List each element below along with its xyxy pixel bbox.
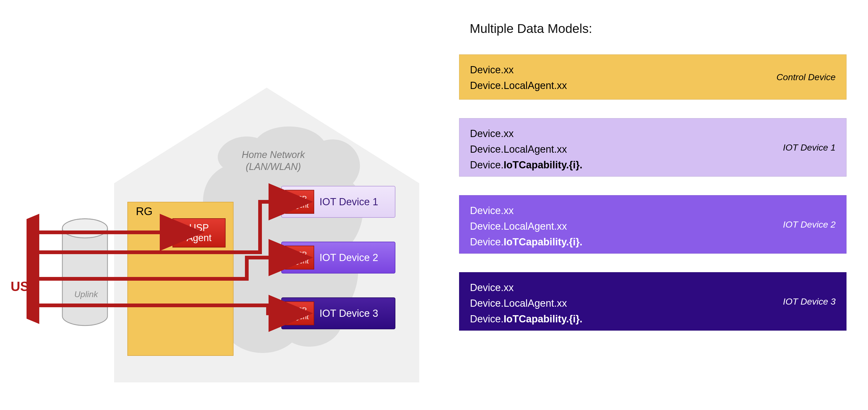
data-model-tag: IOT Device 1 <box>783 142 836 153</box>
home-network-label: Home Network (LAN/WLAN) <box>218 149 329 173</box>
data-model-line: Device.xx <box>470 126 836 142</box>
dm-prefix: Device.LocalAgent.xx <box>470 298 567 309</box>
dm-prefix: Device.xx <box>470 282 514 293</box>
data-model-line: Device.xx <box>470 280 836 296</box>
data-model-tag: Control Device <box>776 72 836 82</box>
iot-device-1-box: USP Agent IOT Device 1 <box>281 186 395 218</box>
dm-prefix: Device.xx <box>470 205 514 216</box>
dm-prefix: Device.xx <box>470 128 514 139</box>
iot3-usp-agent: USP Agent <box>285 301 314 325</box>
dm-prefix: Device.LocalAgent.xx <box>470 80 567 91</box>
data-model-tag: IOT Device 2 <box>783 219 836 230</box>
rg-usp-agent-line2: Agent <box>187 233 212 243</box>
data-model-box-0: Device.xxDevice.LocalAgent.xxControl Dev… <box>459 54 846 99</box>
data-model-box-1: Device.xxDevice.LocalAgent.xxDevice.IoTC… <box>459 118 846 177</box>
data-model-line: Device.IoTCapability.{i}. <box>470 311 836 327</box>
data-model-line: Device.xx <box>470 203 836 218</box>
data-model-boxes-container: Device.xxDevice.LocalAgent.xxControl Dev… <box>459 54 846 331</box>
rg-usp-agent-line1: USP <box>189 223 209 233</box>
dm-bold: IoTCapability.{i}. <box>504 236 583 247</box>
data-model-line: Device.LocalAgent.xx <box>470 296 836 311</box>
dm-prefix: Device. <box>470 236 504 247</box>
dm-prefix: Device.LocalAgent.xx <box>470 144 567 155</box>
iot2-usp-agent: USP Agent <box>285 245 314 269</box>
iot2-label: IOT Device 2 <box>319 252 378 263</box>
data-model-line: Device.IoTCapability.{i}. <box>470 157 836 173</box>
dm-prefix: Device.LocalAgent.xx <box>470 221 567 232</box>
dm-bold: IoTCapability.{i}. <box>504 313 583 324</box>
dm-prefix: Device.xx <box>470 64 514 76</box>
dm-bold: IoTCapability.{i}. <box>504 159 583 171</box>
iot-device-2-box: USP Agent IOT Device 2 <box>281 242 395 273</box>
data-model-line: Device.LocalAgent.xx <box>470 218 836 234</box>
rg-usp-agent-box: USP Agent <box>173 218 225 247</box>
cloud-label-line2: (LAN/WLAN) <box>246 161 301 172</box>
data-model-tag: IOT Device 3 <box>783 296 836 307</box>
dm-prefix: Device. <box>470 159 504 171</box>
diagram-stage: Home Network (LAN/WLAN) RG USP Agent Upl… <box>0 0 868 410</box>
data-model-line: Device.LocalAgent.xx <box>470 142 836 157</box>
iot1-label: IOT Device 1 <box>319 196 378 208</box>
usp-label: USP <box>11 279 38 294</box>
data-model-box-2: Device.xxDevice.LocalAgent.xxDevice.IoTC… <box>459 195 846 254</box>
data-model-box-3: Device.xxDevice.LocalAgent.xxDevice.IoTC… <box>459 272 846 331</box>
rg-box: RG USP Agent <box>127 202 234 356</box>
iot1-usp-agent: USP Agent <box>285 190 314 214</box>
left-diagram: Home Network (LAN/WLAN) RG USP Agent Upl… <box>27 88 419 385</box>
right-title: Multiple Data Models: <box>470 21 846 36</box>
uplink-cylinder <box>61 218 109 327</box>
uplink-label: Uplink <box>74 289 98 299</box>
svg-point-1 <box>62 219 107 238</box>
dm-prefix: Device. <box>470 313 504 324</box>
right-data-model-panel: Multiple Data Models: Device.xxDevice.Lo… <box>459 21 846 349</box>
cloud-label-line1: Home Network <box>242 149 305 160</box>
iot-device-3-box: USP Agent IOT Device 3 <box>281 297 395 329</box>
data-model-line: Device.IoTCapability.{i}. <box>470 234 836 250</box>
iot3-label: IOT Device 3 <box>319 308 378 319</box>
rg-label: RG <box>136 205 153 218</box>
